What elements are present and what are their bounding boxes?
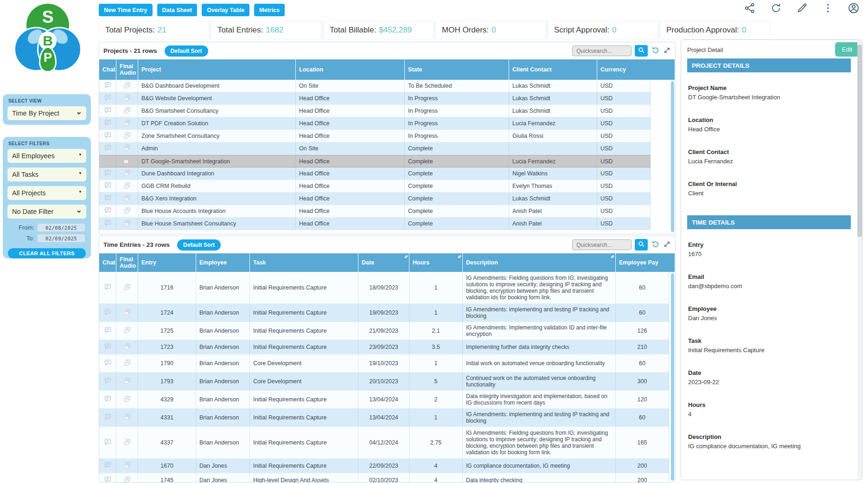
- description-cell[interactable]: IG Amendments: Fielding questions from I…: [463, 272, 616, 303]
- description-cell[interactable]: IG compliance documentation, IG meeting: [463, 459, 616, 473]
- chat-cell[interactable]: [99, 391, 116, 408]
- filter-select[interactable]: All Tasks: [7, 167, 86, 181]
- chat-cell[interactable]: [99, 427, 116, 458]
- chat-cell[interactable]: [99, 142, 116, 155]
- projects-col-state[interactable]: State: [405, 59, 509, 80]
- chat-cell[interactable]: [99, 167, 116, 180]
- time-col-date[interactable]: Date✎: [358, 253, 409, 272]
- hours-cell[interactable]: 2.1: [409, 322, 463, 340]
- hours-cell[interactable]: 4: [409, 459, 463, 473]
- final-audio-cell[interactable]: [116, 322, 138, 340]
- chat-cell[interactable]: [99, 340, 116, 354]
- chat-cell[interactable]: [99, 130, 116, 142]
- final-audio-cell[interactable]: [116, 167, 138, 180]
- time-col-chat[interactable]: Chat: [99, 253, 116, 272]
- date-cell[interactable]: 19/10/2023: [358, 354, 409, 372]
- project-row[interactable]: DT Google-Smartsheet Integration Head Of…: [99, 155, 651, 167]
- final-audio-cell[interactable]: [116, 373, 138, 390]
- final-audio-cell[interactable]: [116, 409, 138, 426]
- clear-all-filters-button[interactable]: CLEAR ALL FILTERS: [8, 248, 86, 258]
- chat-cell[interactable]: [99, 105, 116, 117]
- final-audio-cell[interactable]: [116, 354, 138, 372]
- chat-cell[interactable]: [99, 180, 116, 192]
- final-audio-cell[interactable]: [116, 272, 138, 303]
- hours-cell[interactable]: 3.5: [409, 340, 463, 354]
- description-cell[interactable]: Continued work on the automated venue on…: [463, 373, 616, 390]
- filter-select[interactable]: No Date Filter: [7, 205, 86, 219]
- description-cell[interactable]: IG Amendments: implementing and testing …: [463, 304, 616, 322]
- toolbar-button[interactable]: Metrics: [254, 4, 285, 16]
- final-audio-cell[interactable]: [116, 105, 138, 117]
- project-row[interactable]: Blue House Accounts Integration Head Off…: [99, 205, 651, 218]
- time-entry-row[interactable]: 1716 Brian Anderson Initial Requirements…: [99, 272, 669, 304]
- chat-cell[interactable]: [99, 354, 116, 372]
- projects-search-button[interactable]: [635, 45, 648, 57]
- project-row[interactable]: B&G Dashboard Development On Site To Be …: [99, 80, 651, 92]
- final-audio-cell[interactable]: [116, 427, 138, 458]
- projects-default-sort-button[interactable]: Default Sort: [165, 45, 208, 57]
- time-entries-refresh-button[interactable]: [651, 240, 660, 250]
- date-cell[interactable]: 23/09/2023: [358, 340, 409, 354]
- account-icon[interactable]: [848, 2, 860, 14]
- final-audio-cell[interactable]: [116, 142, 138, 155]
- chat-cell[interactable]: [99, 272, 116, 303]
- final-audio-cell[interactable]: [116, 130, 138, 142]
- time-entry-row[interactable]: 1670 Dan Jones Initial Requirements Capt…: [99, 459, 669, 473]
- projects-col-location[interactable]: Location: [296, 59, 405, 80]
- date-to-input[interactable]: [37, 234, 85, 243]
- view-select[interactable]: Time By Project: [7, 106, 86, 120]
- chat-cell[interactable]: [99, 80, 116, 92]
- description-cell[interactable]: IG Amendments: Implementing validation I…: [463, 322, 616, 340]
- description-cell[interactable]: IG Amendments: Fielding questions from I…: [463, 427, 616, 458]
- date-cell[interactable]: 04/12/2024: [358, 427, 409, 458]
- time-entry-row[interactable]: 4337 Brian Anderson Initial Requirements…: [99, 427, 669, 459]
- project-row[interactable]: Admin On Site Complete USD: [99, 142, 651, 155]
- toolbar-button[interactable]: Overlay Table: [202, 4, 249, 16]
- description-cell[interactable]: Implementing further data integrity chec…: [463, 340, 616, 354]
- final-audio-cell[interactable]: [116, 155, 138, 167]
- project-row[interactable]: DT PDF Creation Solution Head Office In …: [99, 117, 651, 130]
- time-col-final-audio[interactable]: Final Audio: [116, 253, 138, 272]
- date-cell[interactable]: 19/09/2023: [358, 304, 409, 322]
- final-audio-cell[interactable]: [116, 218, 138, 230]
- time-entry-row[interactable]: 4329 Brian Anderson Initial Requirements…: [99, 391, 669, 409]
- project-row[interactable]: GGB CRM Rebuild Head Office Complete Eve…: [99, 180, 651, 193]
- hours-cell[interactable]: 2: [409, 391, 463, 408]
- chat-cell[interactable]: [99, 322, 116, 340]
- chat-cell[interactable]: [99, 155, 116, 167]
- hours-cell[interactable]: 1: [409, 409, 463, 426]
- chat-cell[interactable]: [99, 193, 116, 205]
- description-cell[interactable]: IG Amendments: implementing and testing …: [463, 409, 616, 426]
- hours-cell[interactable]: 2.75: [409, 427, 463, 458]
- chat-cell[interactable]: [99, 218, 116, 230]
- final-audio-cell[interactable]: [116, 205, 138, 217]
- date-cell[interactable]: 22/09/2023: [358, 459, 409, 473]
- final-audio-cell[interactable]: [116, 193, 138, 205]
- final-audio-cell[interactable]: [116, 391, 138, 408]
- chat-cell[interactable]: [99, 205, 116, 217]
- description-cell[interactable]: Initial work on automated venue onboardi…: [463, 354, 616, 372]
- projects-quicksearch-input[interactable]: [572, 45, 632, 56]
- date-cell[interactable]: 20/10/2023: [358, 373, 409, 390]
- time-entries-search-button[interactable]: [635, 239, 648, 251]
- time-col-employee[interactable]: Employee: [196, 253, 250, 272]
- final-audio-cell[interactable]: [116, 459, 138, 473]
- time-entries-expand-button[interactable]: [663, 240, 671, 250]
- chat-cell[interactable]: [99, 304, 116, 322]
- time-col-hours[interactable]: Hours✎: [409, 253, 463, 272]
- hours-cell[interactable]: 5: [409, 373, 463, 390]
- final-audio-cell[interactable]: [116, 117, 138, 129]
- projects-col-client-contact[interactable]: Client Contact: [509, 59, 597, 80]
- detail-scrollbar-track[interactable]: [857, 40, 862, 480]
- time-entries-default-sort-button[interactable]: Default Sort: [177, 239, 221, 251]
- time-col-entry[interactable]: Entry: [138, 253, 196, 272]
- projects-col-currency[interactable]: Currency: [597, 59, 675, 80]
- description-cell[interactable]: Data integrity investigation and impleme…: [463, 391, 616, 408]
- projects-col-final-audio[interactable]: Final Audio: [116, 59, 138, 80]
- hours-cell[interactable]: 4: [409, 473, 463, 483]
- chat-cell[interactable]: [99, 459, 116, 473]
- time-entry-row[interactable]: 1793 Brian Anderson Core Development 20/…: [99, 373, 669, 391]
- chat-cell[interactable]: [99, 473, 116, 483]
- projects-refresh-button[interactable]: [651, 46, 660, 56]
- time-col-employee-pay[interactable]: Employee Pay: [616, 253, 675, 272]
